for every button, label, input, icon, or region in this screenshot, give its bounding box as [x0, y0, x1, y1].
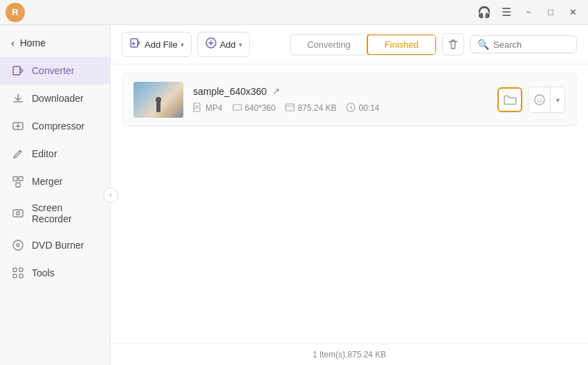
compressor-label: Compressor: [32, 121, 84, 132]
file-format: MP4: [193, 103, 223, 114]
sidebar: ‹ Home Converter Downloader: [0, 25, 111, 365]
minimize-button[interactable]: −: [519, 6, 538, 19]
sidebar-item-screen-recorder[interactable]: Screen Recorder: [0, 195, 110, 231]
file-list: sample_640x360 ↗ MP4: [111, 64, 588, 344]
delete-button[interactable]: [442, 33, 464, 55]
svg-point-8: [17, 244, 19, 247]
main-content: Add File ▾ Add ▾ Converting Finished: [111, 25, 588, 365]
resolution-icon: [232, 103, 242, 114]
title-bar: R 🎧 ☰ − □ ✕: [0, 0, 588, 25]
user-avatar[interactable]: R: [6, 3, 25, 22]
sidebar-item-compressor[interactable]: Compressor: [0, 112, 110, 140]
file-info: sample_640x360 ↗ MP4: [193, 86, 488, 114]
add-chevron-icon: ▾: [239, 41, 242, 48]
sidebar-item-downloader[interactable]: Downloader: [0, 84, 110, 112]
file-actions: ▾: [497, 87, 565, 113]
converter-label: Converter: [32, 65, 74, 76]
close-button[interactable]: ✕: [563, 6, 582, 19]
svg-point-7: [13, 240, 23, 250]
tools-icon: [11, 266, 25, 280]
svg-point-19: [535, 95, 544, 105]
file-duration-value: 00:14: [358, 103, 379, 113]
svg-rect-11: [13, 274, 17, 278]
tab-group: Converting Finished: [290, 34, 437, 55]
search-input[interactable]: [493, 39, 569, 50]
dvd-burner-icon: [11, 238, 25, 252]
svg-rect-5: [13, 210, 23, 217]
file-thumbnail-image: [134, 82, 183, 118]
file-duration: 00:14: [346, 103, 379, 114]
file-resolution: 640*360: [232, 103, 276, 114]
tab-converting[interactable]: Converting: [291, 35, 367, 55]
file-name: sample_640x360: [193, 86, 267, 97]
svg-rect-2: [13, 177, 17, 181]
svg-point-6: [17, 212, 20, 215]
home-label: Home: [20, 37, 46, 48]
sidebar-home[interactable]: ‹ Home: [0, 32, 110, 54]
sidebar-item-merger[interactable]: Merger: [0, 168, 110, 195]
dvd-burner-label: DVD Burner: [32, 240, 84, 251]
svg-rect-16: [233, 105, 241, 110]
sidebar-item-tools[interactable]: Tools: [0, 259, 110, 287]
merger-icon: [11, 175, 25, 188]
svg-rect-3: [19, 177, 23, 181]
sidebar-item-dvd-burner[interactable]: DVD Burner: [0, 231, 110, 259]
editor-icon: [11, 147, 25, 161]
svg-rect-13: [131, 39, 138, 47]
add-file-button[interactable]: Add File ▾: [122, 32, 192, 57]
menu-icon[interactable]: ☰: [497, 6, 516, 19]
svg-point-21: [540, 98, 542, 100]
converter-icon: [11, 64, 25, 78]
status-summary: 1 Item(s),875.24 KB: [313, 350, 387, 359]
compressor-icon: [11, 119, 25, 133]
add-label: Add: [220, 39, 236, 50]
file-name-row: sample_640x360 ↗: [193, 86, 488, 97]
svg-rect-12: [19, 274, 23, 278]
screen-recorder-icon: [11, 206, 25, 220]
duration-icon: [346, 103, 356, 114]
sidebar-item-editor[interactable]: Editor: [0, 140, 110, 168]
more-chevron-icon: ▾: [551, 87, 564, 112]
toolbar-actions: 🔍: [442, 33, 577, 55]
search-icon: 🔍: [477, 39, 489, 50]
svg-rect-4: [16, 183, 20, 187]
tools-label: Tools: [32, 267, 55, 278]
headphones-icon[interactable]: 🎧: [475, 6, 494, 19]
file-meta: MP4 640*360: [193, 103, 488, 114]
smiley-icon: [529, 87, 551, 112]
svg-point-20: [538, 98, 539, 100]
file-resolution-value: 640*360: [245, 103, 276, 113]
format-icon: [193, 103, 203, 114]
svg-rect-9: [13, 268, 17, 271]
screen-recorder-label: Screen Recorder: [32, 202, 99, 224]
file-item: sample_640x360 ↗ MP4: [122, 73, 577, 127]
tab-finished[interactable]: Finished: [367, 34, 437, 55]
add-file-chevron-icon: ▾: [181, 41, 184, 48]
add-button[interactable]: Add ▾: [197, 32, 250, 57]
sidebar-collapse-button[interactable]: ‹: [103, 188, 118, 203]
file-size: 875.24 KB: [285, 103, 336, 114]
svg-rect-10: [19, 268, 23, 271]
search-box: 🔍: [470, 35, 577, 53]
toolbar: Add File ▾ Add ▾ Converting Finished: [111, 25, 588, 64]
file-size-value: 875.24 KB: [297, 103, 336, 113]
back-arrow-icon: ‹: [11, 37, 15, 48]
maximize-button[interactable]: □: [541, 6, 560, 19]
downloader-icon: [11, 91, 25, 105]
add-file-icon: [129, 37, 142, 52]
file-thumbnail: [134, 82, 183, 118]
merger-label: Merger: [32, 176, 62, 187]
add-icon: [205, 37, 217, 52]
status-bar: 1 Item(s),875.24 KB: [111, 344, 588, 365]
sidebar-item-converter[interactable]: Converter: [0, 57, 110, 84]
external-link-icon[interactable]: ↗: [273, 86, 280, 96]
size-icon: [285, 103, 295, 114]
add-file-label: Add File: [145, 39, 178, 50]
svg-rect-17: [286, 104, 294, 111]
editor-label: Editor: [32, 148, 57, 159]
downloader-label: Downloader: [32, 93, 84, 104]
svg-rect-0: [13, 66, 20, 75]
more-actions-button[interactable]: ▾: [528, 87, 565, 113]
file-format-value: MP4: [205, 103, 223, 113]
open-folder-button[interactable]: [497, 87, 522, 112]
